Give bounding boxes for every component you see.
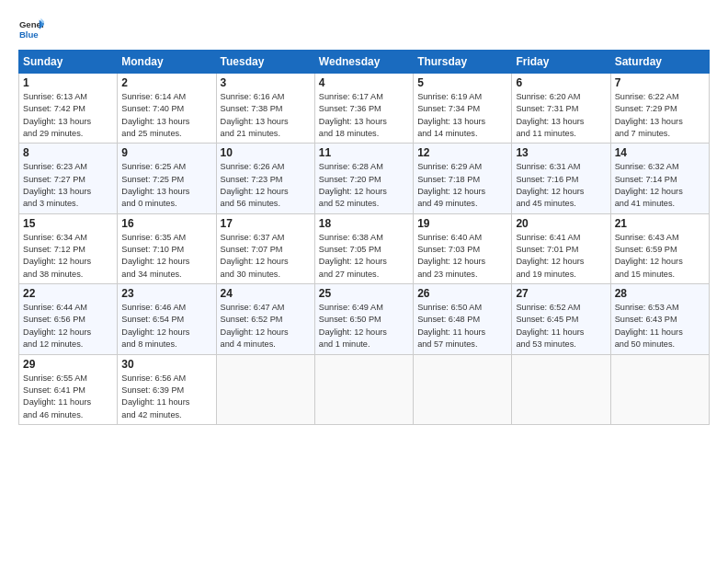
day-info: Sunrise: 6:38 AMSunset: 7:05 PMDaylight:…	[319, 232, 409, 281]
day-number: 19	[417, 217, 507, 230]
calendar-table: SundayMondayTuesdayWednesdayThursdayFrid…	[18, 50, 710, 425]
day-number: 25	[319, 287, 409, 300]
calendar-week-row: 1Sunrise: 6:13 AMSunset: 7:42 PMDaylight…	[19, 74, 710, 144]
day-info: Sunrise: 6:14 AMSunset: 7:40 PMDaylight:…	[121, 91, 211, 140]
calendar-cell: 25Sunrise: 6:49 AMSunset: 6:50 PMDayligh…	[314, 284, 413, 354]
calendar-page: General Blue SundayMondayTuesdayWednesda…	[0, 0, 728, 563]
day-info: Sunrise: 6:55 AMSunset: 6:41 PMDaylight:…	[23, 373, 113, 421]
calendar-cell: 24Sunrise: 6:47 AMSunset: 6:52 PMDayligh…	[216, 284, 314, 354]
calendar-cell: 12Sunrise: 6:29 AMSunset: 7:18 PMDayligh…	[414, 144, 512, 213]
day-info: Sunrise: 6:46 AMSunset: 6:54 PMDaylight:…	[121, 302, 211, 350]
calendar-cell: 23Sunrise: 6:46 AMSunset: 6:54 PMDayligh…	[118, 284, 216, 354]
calendar-cell: 6Sunrise: 6:20 AMSunset: 7:31 PMDaylight…	[512, 74, 610, 144]
calendar-cell: 26Sunrise: 6:50 AMSunset: 6:48 PMDayligh…	[414, 284, 512, 354]
calendar-cell: 4Sunrise: 6:17 AMSunset: 7:36 PMDaylight…	[314, 74, 413, 144]
weekday-header-row: SundayMondayTuesdayWednesdayThursdayFrid…	[19, 51, 710, 74]
logo: General Blue	[18, 17, 50, 42]
day-info: Sunrise: 6:44 AMSunset: 6:56 PMDaylight:…	[23, 302, 113, 350]
calendar-cell: 5Sunrise: 6:19 AMSunset: 7:34 PMDaylight…	[414, 74, 512, 144]
svg-text:Blue: Blue	[19, 29, 39, 40]
calendar-cell: 29Sunrise: 6:55 AMSunset: 6:41 PMDayligh…	[19, 354, 118, 424]
calendar-cell: 30Sunrise: 6:56 AMSunset: 6:39 PMDayligh…	[118, 354, 216, 424]
calendar-cell	[414, 354, 512, 424]
day-info: Sunrise: 6:41 AMSunset: 7:01 PMDaylight:…	[516, 232, 606, 281]
day-number: 3	[221, 76, 311, 89]
day-info: Sunrise: 6:26 AMSunset: 7:23 PMDaylight:…	[221, 161, 311, 210]
calendar-cell: 3Sunrise: 6:16 AMSunset: 7:38 PMDaylight…	[216, 74, 314, 144]
calendar-cell: 7Sunrise: 6:22 AMSunset: 7:29 PMDaylight…	[610, 74, 709, 144]
day-info: Sunrise: 6:49 AMSunset: 6:50 PMDaylight:…	[319, 302, 409, 350]
calendar-cell: 22Sunrise: 6:44 AMSunset: 6:56 PMDayligh…	[19, 284, 118, 354]
calendar-cell	[512, 354, 610, 424]
day-number: 17	[221, 217, 311, 230]
day-info: Sunrise: 6:53 AMSunset: 6:43 PMDaylight:…	[615, 302, 705, 350]
calendar-week-row: 15Sunrise: 6:34 AMSunset: 7:12 PMDayligh…	[19, 213, 710, 283]
page-header: General Blue	[18, 17, 710, 42]
calendar-cell: 10Sunrise: 6:26 AMSunset: 7:23 PMDayligh…	[216, 144, 314, 213]
weekday-header-saturday: Saturday	[610, 51, 709, 74]
day-number: 8	[23, 146, 113, 159]
calendar-cell: 15Sunrise: 6:34 AMSunset: 7:12 PMDayligh…	[19, 213, 118, 283]
calendar-cell: 1Sunrise: 6:13 AMSunset: 7:42 PMDaylight…	[19, 74, 118, 144]
day-number: 12	[417, 146, 507, 159]
day-info: Sunrise: 6:40 AMSunset: 7:03 PMDaylight:…	[417, 232, 507, 281]
calendar-cell: 19Sunrise: 6:40 AMSunset: 7:03 PMDayligh…	[414, 213, 512, 283]
day-info: Sunrise: 6:37 AMSunset: 7:07 PMDaylight:…	[221, 232, 311, 281]
day-number: 10	[221, 146, 311, 159]
day-info: Sunrise: 6:17 AMSunset: 7:36 PMDaylight:…	[319, 91, 409, 140]
calendar-week-row: 22Sunrise: 6:44 AMSunset: 6:56 PMDayligh…	[19, 284, 710, 354]
day-number: 30	[121, 358, 211, 371]
day-number: 6	[516, 76, 606, 89]
day-number: 2	[121, 76, 211, 89]
day-number: 1	[23, 76, 113, 89]
day-info: Sunrise: 6:22 AMSunset: 7:29 PMDaylight:…	[615, 91, 705, 140]
calendar-cell: 2Sunrise: 6:14 AMSunset: 7:40 PMDaylight…	[118, 74, 216, 144]
day-info: Sunrise: 6:29 AMSunset: 7:18 PMDaylight:…	[417, 161, 507, 210]
calendar-cell: 14Sunrise: 6:32 AMSunset: 7:14 PMDayligh…	[610, 144, 709, 213]
day-info: Sunrise: 6:16 AMSunset: 7:38 PMDaylight:…	[221, 91, 311, 140]
day-info: Sunrise: 6:34 AMSunset: 7:12 PMDaylight:…	[23, 232, 113, 281]
day-number: 4	[319, 76, 409, 89]
weekday-header-friday: Friday	[512, 51, 610, 74]
calendar-cell: 17Sunrise: 6:37 AMSunset: 7:07 PMDayligh…	[216, 213, 314, 283]
day-info: Sunrise: 6:52 AMSunset: 6:45 PMDaylight:…	[516, 302, 606, 350]
day-number: 27	[516, 287, 606, 300]
day-info: Sunrise: 6:47 AMSunset: 6:52 PMDaylight:…	[221, 302, 311, 350]
day-number: 15	[23, 217, 113, 230]
day-number: 22	[23, 287, 113, 300]
day-number: 11	[319, 146, 409, 159]
calendar-cell: 11Sunrise: 6:28 AMSunset: 7:20 PMDayligh…	[314, 144, 413, 213]
day-number: 20	[516, 217, 606, 230]
day-number: 24	[221, 287, 311, 300]
day-info: Sunrise: 6:25 AMSunset: 7:25 PMDaylight:…	[121, 161, 211, 210]
day-number: 18	[319, 217, 409, 230]
day-number: 28	[615, 287, 705, 300]
calendar-cell: 8Sunrise: 6:23 AMSunset: 7:27 PMDaylight…	[19, 144, 118, 213]
calendar-cell: 20Sunrise: 6:41 AMSunset: 7:01 PMDayligh…	[512, 213, 610, 283]
day-number: 9	[121, 146, 211, 159]
calendar-cell: 16Sunrise: 6:35 AMSunset: 7:10 PMDayligh…	[118, 213, 216, 283]
day-number: 21	[615, 217, 705, 230]
day-info: Sunrise: 6:56 AMSunset: 6:39 PMDaylight:…	[121, 373, 211, 421]
day-info: Sunrise: 6:23 AMSunset: 7:27 PMDaylight:…	[23, 161, 113, 210]
weekday-header-tuesday: Tuesday	[216, 51, 314, 74]
day-number: 29	[23, 358, 113, 371]
calendar-cell: 18Sunrise: 6:38 AMSunset: 7:05 PMDayligh…	[314, 213, 413, 283]
day-info: Sunrise: 6:31 AMSunset: 7:16 PMDaylight:…	[516, 161, 606, 210]
day-number: 14	[615, 146, 705, 159]
calendar-week-row: 8Sunrise: 6:23 AMSunset: 7:27 PMDaylight…	[19, 144, 710, 213]
day-number: 5	[417, 76, 507, 89]
calendar-cell	[610, 354, 709, 424]
day-number: 7	[615, 76, 705, 89]
calendar-cell: 21Sunrise: 6:43 AMSunset: 6:59 PMDayligh…	[610, 213, 709, 283]
day-number: 16	[121, 217, 211, 230]
day-number: 26	[417, 287, 507, 300]
day-info: Sunrise: 6:19 AMSunset: 7:34 PMDaylight:…	[417, 91, 507, 140]
weekday-header-sunday: Sunday	[19, 51, 118, 74]
day-number: 23	[121, 287, 211, 300]
day-info: Sunrise: 6:28 AMSunset: 7:20 PMDaylight:…	[319, 161, 409, 210]
calendar-week-row: 29Sunrise: 6:55 AMSunset: 6:41 PMDayligh…	[19, 354, 710, 424]
calendar-cell: 9Sunrise: 6:25 AMSunset: 7:25 PMDaylight…	[118, 144, 216, 213]
calendar-cell: 27Sunrise: 6:52 AMSunset: 6:45 PMDayligh…	[512, 284, 610, 354]
calendar-cell: 28Sunrise: 6:53 AMSunset: 6:43 PMDayligh…	[610, 284, 709, 354]
